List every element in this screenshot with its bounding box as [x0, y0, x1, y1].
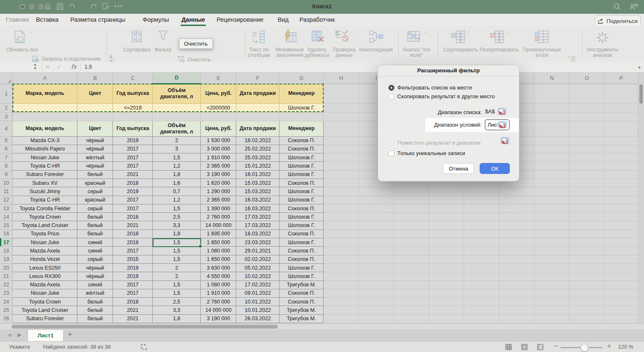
cell-O19[interactable] [569, 255, 604, 263]
col-header-B[interactable]: B [77, 73, 113, 84]
cell-A12[interactable]: Toyota C-HR [13, 196, 77, 204]
cell-G14[interactable]: Шолохов Г. [279, 213, 324, 221]
cell-N6[interactable] [534, 145, 570, 153]
cell-I17[interactable] [359, 238, 394, 247]
cell-P8[interactable] [604, 162, 638, 170]
cell-F23[interactable]: 09.01.2022 [236, 289, 279, 297]
cell-C18[interactable]: 2017 [113, 247, 153, 255]
cell-F25[interactable]: 10.01.2022 [236, 306, 279, 314]
cell-B9[interactable]: белый [77, 170, 113, 179]
cell-L13[interactable] [464, 204, 499, 212]
cell-F9[interactable]: 16.01.2022 [236, 170, 279, 179]
cell-C21[interactable]: 2019 [113, 272, 153, 281]
cell-C1[interactable]: Год выпуска [113, 84, 153, 103]
name-box-stepper[interactable]: ▲▼ [33, 63, 37, 71]
cell-G2[interactable]: Шолохов Г. [279, 103, 324, 112]
cell-A26[interactable]: Subaru Forester [13, 314, 77, 323]
cell-K17[interactable] [429, 238, 464, 247]
cell-E22[interactable]: 1 080 000 [201, 281, 236, 289]
cell-H14[interactable] [324, 213, 359, 221]
cell-K12[interactable] [429, 196, 464, 204]
cell-G20[interactable]: Шолохов Г. [279, 263, 324, 272]
cell-B24[interactable]: белый [77, 298, 113, 306]
cell-H18[interactable] [324, 247, 359, 255]
cell-G7[interactable]: Шолохов Г. [279, 153, 324, 162]
cell-I26[interactable] [359, 314, 394, 323]
cell-A8[interactable]: Toyota C-HR [13, 162, 77, 170]
filter-in-place-radio[interactable] [388, 85, 394, 91]
cell-D10[interactable]: 1,6 [153, 179, 201, 187]
cell-E12[interactable]: 2 365 000 [201, 196, 236, 204]
cell-B23[interactable]: жёлтый [77, 289, 113, 297]
cell-P14[interactable] [604, 213, 638, 221]
cell-O18[interactable] [569, 247, 604, 255]
cell-L15[interactable] [464, 221, 499, 230]
cell-E18[interactable]: 1 080 000 [201, 247, 236, 255]
cell-A7[interactable]: Nissan Juke [13, 153, 77, 162]
cell-D11[interactable]: 0,7 [153, 187, 201, 196]
cell-D18[interactable]: 1,5 [153, 247, 201, 255]
cancel-button[interactable]: Отмена [443, 163, 474, 174]
cell-O15[interactable] [569, 221, 604, 230]
row-header-20[interactable]: 20 [0, 263, 13, 272]
cell-O16[interactable] [569, 230, 604, 238]
cell-B16[interactable]: белый [77, 230, 113, 238]
row-header-18[interactable]: 18 [0, 247, 13, 255]
cell-G25[interactable]: Тригубов М. [279, 306, 324, 314]
cell-C6[interactable]: 2017 [113, 145, 153, 153]
cell-H22[interactable] [324, 281, 359, 289]
cell-D6[interactable]: 3 [153, 145, 201, 153]
cell-H1[interactable] [324, 84, 359, 103]
cell-O17[interactable] [569, 238, 604, 247]
cell-J24[interactable] [394, 298, 429, 306]
cell-F16[interactable]: 18.03.2022 [236, 230, 279, 238]
cell-J20[interactable] [394, 263, 429, 272]
search-icon[interactable] [613, 3, 621, 11]
row-header-10[interactable]: 10 [0, 179, 13, 187]
row-header-11[interactable]: 11 [0, 187, 13, 196]
cell-E25[interactable]: 14 000 000 [201, 306, 236, 314]
cell-N11[interactable] [534, 187, 570, 196]
cell-E17[interactable]: 1 850 000 [201, 238, 236, 247]
cell-J23[interactable] [394, 289, 429, 297]
cell-C14[interactable]: 2018 [113, 213, 153, 221]
insert-function-icon[interactable]: fx [71, 63, 77, 70]
cell-L12[interactable] [464, 196, 499, 204]
cell-M23[interactable] [499, 289, 534, 297]
cell-A18[interactable]: Mazda Axela [13, 247, 77, 255]
cell-B15[interactable]: белый [77, 221, 113, 230]
cell-D1[interactable]: Объём двигателя, л [153, 84, 201, 103]
cell-P11[interactable] [604, 187, 638, 196]
cell-D19[interactable]: 1,5 [153, 255, 201, 263]
cell-P6[interactable] [604, 145, 638, 153]
cell-K23[interactable] [429, 289, 464, 297]
criteria-range-input[interactable]: Лист [485, 119, 510, 130]
cell-F7[interactable]: 25.03.2022 [236, 153, 279, 162]
cell-C3[interactable] [113, 112, 153, 121]
tab-вид[interactable]: Вид [278, 14, 289, 26]
select-all-corner[interactable] [0, 73, 13, 84]
cell-K15[interactable] [429, 221, 464, 230]
cell-B22[interactable]: синий [77, 281, 113, 289]
cell-J26[interactable] [394, 314, 429, 323]
share-button[interactable]: Поделиться [595, 15, 641, 26]
cell-B18[interactable]: синий [77, 247, 113, 255]
cell-G3[interactable] [279, 112, 324, 121]
cell-D4[interactable]: Объём двигателя, л [153, 121, 201, 136]
cell-P5[interactable] [604, 136, 638, 145]
cell-M16[interactable] [499, 230, 534, 238]
cell-G24[interactable]: Соколов П. [279, 298, 324, 306]
cell-E16[interactable]: 1 695 000 [201, 230, 236, 238]
cell-N13[interactable] [534, 204, 570, 212]
list-range-value[interactable]: $A$ [485, 108, 495, 115]
cell-A15[interactable]: Toyota Land Cruiser [13, 221, 77, 230]
cell-G17[interactable]: Шолохов Г. [279, 238, 324, 247]
row-header-24[interactable]: 24 [0, 298, 13, 306]
tab-формулы[interactable]: Формулы [143, 14, 169, 26]
ribbon-analysis-tools-button[interactable]: Инструменты анализа [584, 28, 621, 59]
cell-P12[interactable] [604, 196, 638, 204]
cell-G1[interactable]: Менеджер [279, 84, 324, 103]
cell-N8[interactable] [534, 162, 570, 170]
cell-H26[interactable] [324, 314, 359, 323]
cell-B11[interactable]: серый [77, 187, 113, 196]
